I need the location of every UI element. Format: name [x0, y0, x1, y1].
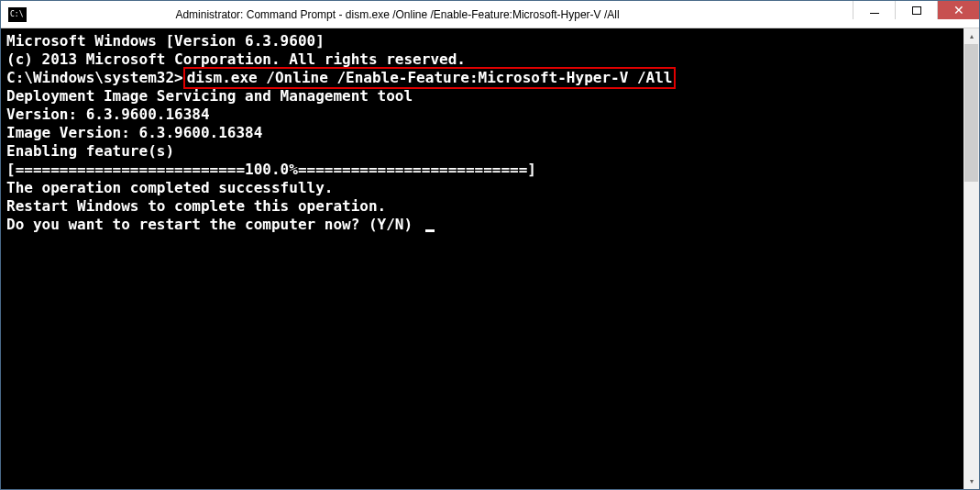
- minimize-button[interactable]: [853, 1, 895, 19]
- minimize-icon: [870, 13, 879, 14]
- restart-prompt: Do you want to restart the computer now?…: [6, 216, 422, 233]
- scroll-up-button[interactable]: ▴: [963, 28, 979, 44]
- content-area: Microsoft Windows [Version 6.3.9600](c) …: [1, 28, 979, 489]
- output-line: Deployment Image Servicing and Managemen…: [6, 87, 958, 106]
- scroll-down-button[interactable]: ▾: [963, 473, 979, 489]
- window-controls: ✕: [853, 1, 979, 28]
- output-line: Enabling feature(s): [6, 142, 958, 161]
- output-line: Restart Windows to complete this operati…: [6, 197, 958, 216]
- command-prompt-window: C:\ Administrator: Command Prompt - dism…: [0, 0, 980, 490]
- output-line: Microsoft Windows [Version 6.3.9600]: [6, 32, 958, 50]
- highlighted-command: dism.exe /Online /Enable-Feature:Microso…: [183, 67, 677, 89]
- prompt-line: Do you want to restart the computer now?…: [6, 216, 958, 234]
- app-icon-text: C:\: [8, 10, 23, 18]
- output-line: Image Version: 6.3.9600.16384: [6, 124, 958, 142]
- terminal-output[interactable]: Microsoft Windows [Version 6.3.9600](c) …: [1, 28, 963, 489]
- output-line: Version: 6.3.9600.16384: [6, 106, 958, 124]
- window-title: Administrator: Command Prompt - dism.exe…: [34, 8, 853, 21]
- output-line: (c) 2013 Microsoft Corporation. All righ…: [6, 50, 958, 69]
- maximize-icon: [912, 6, 921, 15]
- prompt-line: C:\Windows\system32>dism.exe /Online /En…: [6, 69, 958, 87]
- titlebar[interactable]: C:\ Administrator: Command Prompt - dism…: [1, 1, 979, 28]
- close-button[interactable]: ✕: [937, 1, 979, 19]
- prompt-path: C:\Windows\system32>: [6, 69, 183, 86]
- cursor: [425, 229, 435, 232]
- app-icon[interactable]: C:\: [8, 7, 27, 22]
- chevron-down-icon: ▾: [970, 477, 974, 485]
- maximize-button[interactable]: [895, 1, 937, 19]
- output-line: The operation completed successfully.: [6, 179, 958, 197]
- scrollbar-thumb[interactable]: [964, 44, 978, 182]
- chevron-up-icon: ▴: [970, 32, 974, 40]
- vertical-scrollbar[interactable]: ▴ ▾: [963, 28, 979, 489]
- scrollbar-track[interactable]: [963, 44, 979, 473]
- progress-line: [==========================100.0%=======…: [6, 161, 958, 179]
- close-icon: ✕: [953, 4, 964, 17]
